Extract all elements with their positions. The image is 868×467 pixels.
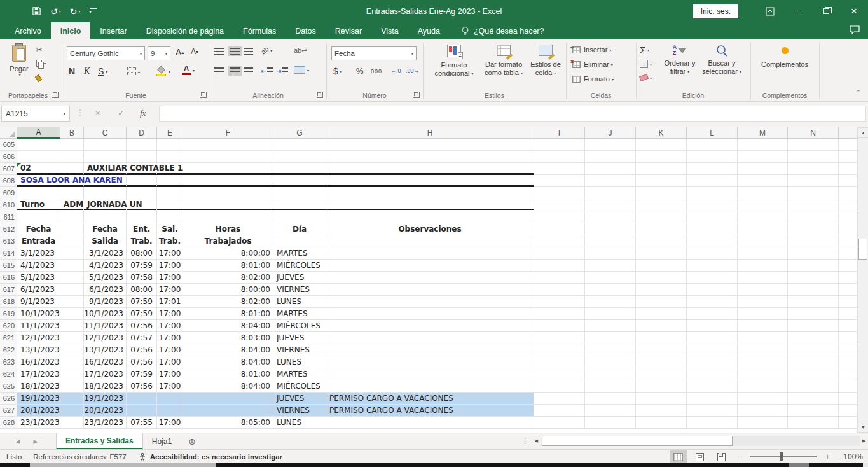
select-all-corner[interactable] — [0, 127, 17, 139]
cell-B617[interactable] — [60, 284, 84, 296]
tab-formulas[interactable]: Fórmulas — [233, 22, 286, 39]
cell-I628[interactable] — [534, 417, 585, 429]
cell-F628[interactable]: 8:05:00 — [183, 417, 273, 429]
cell-D620[interactable]: 07:56 — [127, 320, 157, 332]
cell-I626[interactable] — [534, 393, 585, 405]
cell-F615[interactable]: 8:01:00 — [183, 260, 273, 272]
cell-partial-619[interactable] — [839, 308, 857, 320]
view-page-layout-button[interactable] — [692, 450, 708, 463]
cell-A610[interactable]: Turno — [17, 199, 60, 211]
cell-C610[interactable]: JORNADA UN — [84, 199, 127, 211]
cell-D613[interactable]: Trab. — [127, 235, 157, 247]
cell-M608[interactable] — [738, 175, 788, 187]
cell-K626[interactable] — [636, 393, 687, 405]
col-header-L[interactable]: L — [687, 127, 738, 139]
namebox-caret-icon[interactable]: ▾ — [64, 111, 65, 116]
cell-F623[interactable]: 8:04:00 — [183, 356, 273, 368]
zoom-in-icon[interactable]: + — [822, 452, 832, 462]
col-header-H[interactable]: H — [326, 127, 534, 139]
cell-D606[interactable] — [127, 151, 157, 163]
cell-H620[interactable] — [326, 320, 534, 332]
cell-A605[interactable] — [17, 139, 60, 151]
cell-I611[interactable] — [534, 211, 585, 223]
cell-L620[interactable] — [687, 320, 738, 332]
cell-A620[interactable]: 11/1/2023 — [17, 320, 60, 332]
cell-A611[interactable] — [17, 211, 60, 223]
cell-G605[interactable] — [273, 139, 326, 151]
cell-J621[interactable] — [585, 332, 636, 344]
row-header-625[interactable]: 625 — [0, 380, 17, 393]
cell-M614[interactable] — [738, 247, 788, 260]
cell-D618[interactable]: 07:59 — [127, 296, 157, 308]
cell-B621[interactable] — [60, 332, 84, 344]
cell-N609[interactable] — [788, 187, 839, 199]
cell-M613[interactable] — [738, 235, 788, 247]
clear-button[interactable] — [640, 75, 652, 80]
cell-E622[interactable]: 17:00 — [157, 344, 183, 356]
zoom-out-icon[interactable]: − — [735, 452, 745, 462]
row-header-627[interactable]: 627 — [0, 405, 17, 417]
cell-C623[interactable]: 16/1/2023 — [84, 356, 127, 368]
cell-M628[interactable] — [738, 417, 788, 429]
cell-M611[interactable] — [738, 211, 788, 223]
cell-J625[interactable] — [585, 380, 636, 393]
cell-F624[interactable]: 8:01:00 — [183, 368, 273, 380]
vertical-scrollbar[interactable]: ▲ ▼ — [857, 127, 868, 433]
cell-A626[interactable]: 19/1/2023 — [17, 393, 60, 405]
cell-L621[interactable] — [687, 332, 738, 344]
cell-C621[interactable]: 12/1/2023 — [84, 332, 127, 344]
cell-L606[interactable] — [687, 151, 738, 163]
cell-E610[interactable] — [157, 199, 183, 211]
cell-J610[interactable] — [585, 199, 636, 211]
cell-B610[interactable]: ADM — [60, 199, 84, 211]
cell-D614[interactable]: 08:00 — [127, 247, 157, 260]
cell-M618[interactable] — [738, 296, 788, 308]
cell-H616[interactable] — [326, 272, 534, 284]
cell-A617[interactable]: 6/1/2023 — [17, 284, 60, 296]
cell-N620[interactable] — [788, 320, 839, 332]
cell-C616[interactable]: 5/1/2023 — [84, 272, 127, 284]
row-header-619[interactable]: 619 — [0, 308, 17, 320]
cell-N610[interactable] — [788, 199, 839, 211]
cell-C618[interactable]: 9/1/2023 — [84, 296, 127, 308]
cell-E617[interactable]: 17:00 — [157, 284, 183, 296]
col-header-A[interactable]: A — [17, 127, 60, 139]
cell-I615[interactable] — [534, 260, 585, 272]
cell-L627[interactable] — [687, 405, 738, 417]
align-middle-button[interactable] — [228, 46, 242, 56]
cell-E611[interactable] — [157, 211, 183, 223]
cell-H619[interactable] — [326, 308, 534, 320]
thousands-button[interactable]: 000 — [371, 68, 382, 74]
cell-C626[interactable]: 19/1/2023 — [84, 393, 127, 405]
ribbon-display-options-icon[interactable] — [756, 0, 784, 22]
cell-E606[interactable] — [157, 151, 183, 163]
cell-N611[interactable] — [788, 211, 839, 223]
cell-A624[interactable]: 17/1/2023 — [17, 368, 60, 380]
cell-B615[interactable] — [60, 260, 84, 272]
cell-F609[interactable] — [183, 187, 273, 199]
cell-H617[interactable] — [326, 284, 534, 296]
cell-J605[interactable] — [585, 139, 636, 151]
cell-B606[interactable] — [60, 151, 84, 163]
cell-L628[interactable] — [687, 417, 738, 429]
cell-A615[interactable]: 4/1/2023 — [17, 260, 60, 272]
find-select-button[interactable]: Buscar y seleccionar — [699, 45, 744, 76]
cell-D615[interactable]: 07:59 — [127, 260, 157, 272]
tab-vista[interactable]: Vista — [371, 22, 408, 39]
new-sheet-icon[interactable]: ⊕ — [181, 433, 203, 449]
cell-A619[interactable]: 10/1/2023 — [17, 308, 60, 320]
cell-N608[interactable] — [788, 175, 839, 187]
cell-C628[interactable]: 23/1/2023 — [84, 417, 127, 429]
col-header-G[interactable]: G — [273, 127, 326, 139]
cell-G613[interactable] — [273, 235, 326, 247]
col-header-J[interactable]: J — [585, 127, 636, 139]
cell-K625[interactable] — [636, 380, 687, 393]
cell-I614[interactable] — [534, 247, 585, 260]
sheet-tab-hoja1[interactable]: Hoja1 — [143, 433, 181, 449]
cell-I610[interactable] — [534, 199, 585, 211]
align-center-button[interactable] — [228, 66, 242, 76]
underline-button[interactable]: S — [98, 66, 107, 76]
cell-N624[interactable] — [788, 368, 839, 380]
cell-I620[interactable] — [534, 320, 585, 332]
increase-decimal-button[interactable]: ←.0 — [390, 67, 401, 74]
